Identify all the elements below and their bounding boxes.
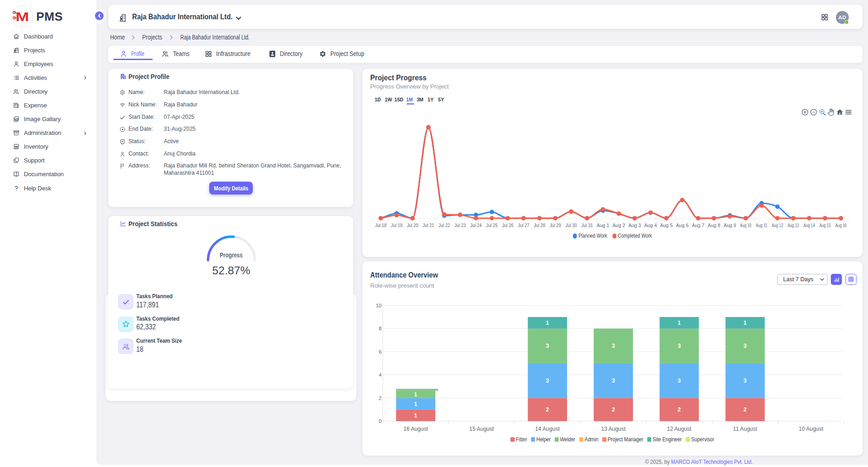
svg-text:10: 10 (376, 303, 382, 308)
svg-text:M: M (16, 10, 29, 24)
svg-text:10 August: 10 August (799, 426, 823, 432)
svg-text:Aug 6: Aug 6 (676, 222, 689, 228)
svg-text:2: 2 (379, 395, 382, 401)
svg-text:Jul 21: Jul 21 (423, 222, 434, 228)
svg-text:3: 3 (678, 343, 681, 349)
svg-text:1: 1 (678, 320, 681, 326)
svg-text:Jul 26: Jul 26 (502, 222, 513, 228)
svg-text:3: 3 (546, 378, 549, 384)
svg-text:2: 2 (744, 406, 747, 413)
svg-text:1: 1 (744, 320, 747, 326)
svg-text:11 August: 11 August (733, 426, 757, 432)
svg-text:Aug 8: Aug 8 (708, 222, 721, 228)
svg-text:12 August: 12 August (667, 426, 692, 432)
svg-text:Aug 9: Aug 9 (723, 222, 736, 228)
svg-text:8: 8 (379, 326, 382, 331)
svg-text:Aug 13: Aug 13 (788, 222, 799, 228)
svg-text:1: 1 (414, 401, 417, 407)
svg-text:Jul 20: Jul 20 (407, 222, 418, 228)
svg-text:Aug 14: Aug 14 (803, 222, 815, 228)
svg-text:Jul 22: Jul 22 (439, 222, 450, 228)
svg-text:Jul 23: Jul 23 (454, 222, 466, 228)
svg-text:Jul 31: Jul 31 (581, 222, 593, 228)
svg-text:1: 1 (546, 320, 549, 326)
svg-text:Jul 27: Jul 27 (518, 222, 529, 228)
svg-text:Aug 15: Aug 15 (819, 222, 831, 228)
svg-text:14 August: 14 August (535, 426, 560, 432)
svg-text:1: 1 (414, 391, 417, 398)
svg-text:Jul 30: Jul 30 (566, 222, 577, 228)
svg-text:3: 3 (744, 378, 747, 384)
svg-text:Jul 18: Jul 18 (375, 222, 387, 228)
svg-text:3: 3 (678, 378, 681, 384)
svg-text:3: 3 (612, 378, 615, 384)
svg-text:Aug 7: Aug 7 (692, 222, 705, 228)
svg-text:Jul 19: Jul 19 (391, 222, 402, 228)
svg-text:Aug 4: Aug 4 (644, 222, 657, 228)
svg-text:3: 3 (612, 343, 615, 349)
svg-text:Jul 28: Jul 28 (534, 222, 545, 228)
svg-text:Jul 24: Jul 24 (470, 222, 482, 228)
svg-text:13 August: 13 August (601, 426, 626, 432)
svg-text:Jul 25: Jul 25 (486, 222, 498, 228)
svg-text:Aug 16: Aug 16 (835, 222, 847, 228)
svg-text:Aug 12: Aug 12 (772, 222, 783, 228)
svg-text:16 August: 16 August (403, 426, 428, 432)
svg-text:Aug 10: Aug 10 (740, 222, 751, 228)
svg-text:1: 1 (414, 412, 417, 419)
svg-text:3: 3 (546, 343, 549, 349)
svg-text:Aug 1: Aug 1 (596, 222, 609, 228)
svg-text:Aug 5: Aug 5 (660, 222, 673, 228)
svg-text:Jul 29: Jul 29 (550, 222, 561, 228)
svg-text:0: 0 (379, 418, 382, 424)
svg-text:Aug 3: Aug 3 (629, 222, 641, 228)
svg-text:2: 2 (546, 406, 549, 413)
svg-text:4: 4 (379, 372, 382, 378)
svg-text:6: 6 (379, 349, 382, 355)
svg-text:Aug 2: Aug 2 (612, 222, 625, 228)
svg-text:15 August: 15 August (469, 426, 494, 432)
svg-text:2: 2 (678, 406, 681, 413)
svg-text:3: 3 (744, 343, 747, 349)
svg-text:2: 2 (612, 406, 615, 413)
svg-text:Aug 11: Aug 11 (756, 222, 768, 228)
